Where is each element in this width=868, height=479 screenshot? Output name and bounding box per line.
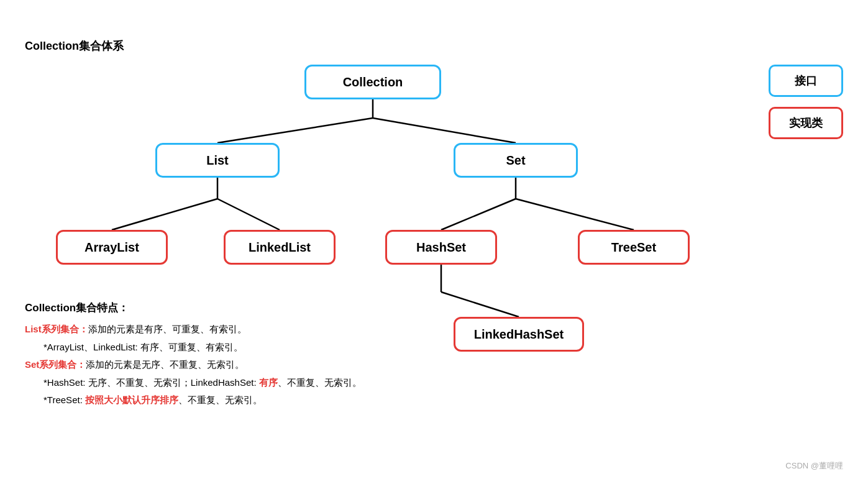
node-set: Set	[454, 143, 578, 178]
node-linkedhashset: LinkedHashSet	[454, 317, 584, 352]
desc-hashset-text: *HashSet: 无序、不重复、无索引；LinkedHashSet:	[25, 377, 259, 388]
desc-line-4: *HashSet: 无序、不重复、无索引；LinkedHashSet: 有序、不…	[25, 374, 362, 392]
desc-list-label: List系列集合：	[25, 324, 88, 334]
desc-treeset-text: *TreeSet:	[25, 395, 85, 405]
desc-set-label: Set系列集合：	[25, 359, 86, 370]
desc-line-5: *TreeSet: 按照大小默认升序排序、不重复、无索引。	[25, 391, 362, 409]
desc-ordered-text: 有序	[259, 377, 278, 388]
node-linkedlist: LinkedList	[224, 230, 336, 265]
svg-line-10	[441, 292, 519, 317]
watermark: CSDN @董哩哩	[785, 460, 843, 472]
node-treeset: TreeSet	[578, 230, 690, 265]
svg-line-2	[373, 118, 516, 143]
legend-impl: 实现类	[769, 107, 843, 139]
desc-treeset-text2: 、不重复、无索引。	[178, 395, 262, 405]
desc-hashset-text2: 、不重复、无索引。	[278, 377, 362, 388]
desc-set-text: 添加的元素是无序、不重复、无索引。	[86, 359, 244, 370]
svg-line-5	[217, 199, 280, 230]
desc-sorted-text: 按照大小默认升序排序	[85, 395, 178, 405]
desc-line-3: Set系列集合：添加的元素是无序、不重复、无索引。	[25, 356, 362, 374]
node-list: List	[155, 143, 280, 178]
svg-line-1	[217, 118, 373, 143]
node-arraylist: ArrayList	[56, 230, 168, 265]
description: Collection集合特点： List系列集合：添加的元素是有序、可重复、有索…	[25, 298, 362, 409]
desc-title: Collection集合特点：	[25, 298, 362, 318]
desc-line-1: List系列集合：添加的元素是有序、可重复、有索引。	[25, 321, 362, 339]
node-collection: Collection	[304, 65, 441, 99]
desc-line-2: *ArrayList、LinkedList: 有序、可重复、有索引。	[25, 339, 362, 357]
svg-line-4	[112, 199, 217, 230]
desc-list-text: 添加的元素是有序、可重复、有索引。	[88, 324, 247, 334]
legend: 接口 实现类	[769, 65, 843, 139]
legend-interface: 接口	[769, 65, 843, 97]
node-hashset: HashSet	[385, 230, 497, 265]
svg-line-7	[441, 199, 516, 230]
desc-arraylist-text: *ArrayList、LinkedList: 有序、可重复、有索引。	[25, 342, 243, 352]
svg-line-8	[516, 199, 634, 230]
